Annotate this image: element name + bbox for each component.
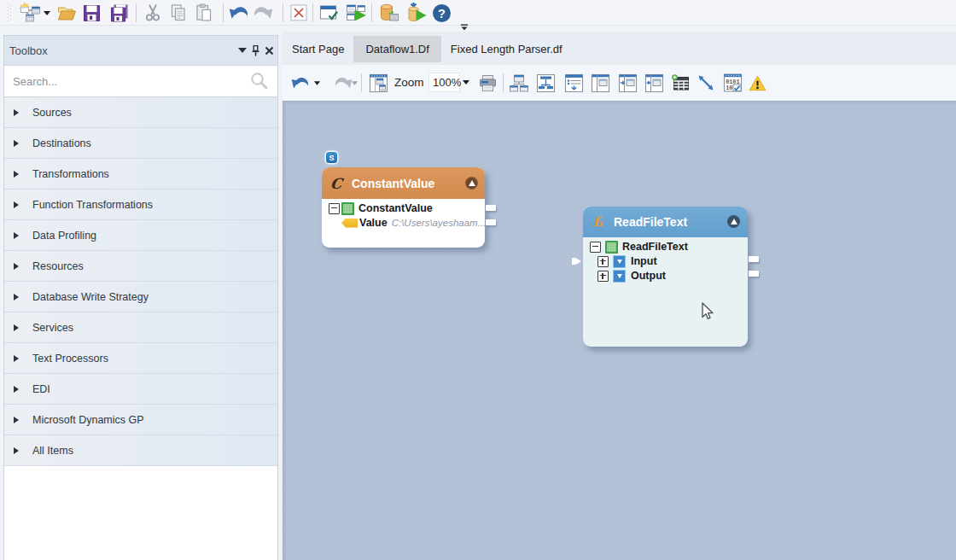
cut-icon bbox=[143, 3, 162, 23]
redo-dropdown[interactable] bbox=[352, 73, 358, 93]
open-button[interactable] bbox=[56, 3, 77, 23]
add-table-icon bbox=[671, 73, 691, 93]
help-button[interactable]: ? bbox=[432, 3, 452, 23]
zoom-combobox[interactable]: 100% bbox=[428, 73, 460, 92]
redo-button[interactable] bbox=[254, 3, 274, 23]
main-toolbar: ? bbox=[0, 0, 956, 26]
toolbox-category-services[interactable]: Services bbox=[4, 312, 277, 343]
cut-button[interactable] bbox=[143, 3, 162, 23]
dataflow-canvas[interactable]: S C ConstantValue ConstantValue Value C:… bbox=[283, 101, 956, 560]
tab-fixed-length-parser[interactable]: Fixed Length Parser.df bbox=[441, 36, 572, 62]
collapse-node-button[interactable] bbox=[465, 177, 478, 190]
collapse-expander-icon[interactable] bbox=[590, 242, 601, 253]
zoom-dropdown[interactable] bbox=[463, 80, 469, 85]
auto-layout-icon bbox=[509, 73, 529, 93]
input-port[interactable] bbox=[572, 258, 581, 265]
copy-button[interactable] bbox=[168, 3, 189, 23]
database-job-button[interactable] bbox=[379, 3, 399, 23]
tree-row-root[interactable]: ConstantValue bbox=[322, 201, 485, 215]
group-icon bbox=[613, 270, 626, 283]
run-database-job-button[interactable] bbox=[405, 3, 427, 23]
tab-dataflow1[interactable]: Dataflow1.Df bbox=[353, 36, 440, 62]
overview-window-button[interactable] bbox=[369, 73, 388, 93]
new-dataflow-button[interactable] bbox=[20, 3, 40, 23]
toolbox-category-sources[interactable]: Sources bbox=[4, 97, 277, 128]
undo-dropdown[interactable] bbox=[314, 73, 320, 93]
tree-row-value[interactable]: Value C:\Users\ayeshaam... bbox=[322, 216, 485, 230]
toolbox-category-function-transformations[interactable]: Function Transformations bbox=[4, 190, 277, 220]
verify-dataflow-icon bbox=[319, 3, 339, 23]
undo-action-button[interactable] bbox=[290, 73, 308, 93]
tab-start-page[interactable]: Start Page bbox=[283, 36, 353, 62]
copy-icon bbox=[168, 3, 189, 23]
run-dataflow-button[interactable] bbox=[346, 3, 367, 23]
expand-all-button[interactable] bbox=[564, 73, 584, 93]
toolbar-separator bbox=[361, 73, 362, 92]
warning-icon bbox=[749, 75, 767, 91]
delete-button[interactable] bbox=[290, 3, 307, 23]
overview-window-icon bbox=[369, 73, 388, 93]
toolbox-category-microsoft-dynamics-gp[interactable]: Microsoft Dynamics GP bbox=[4, 405, 277, 435]
output-port[interactable] bbox=[749, 271, 759, 277]
link-pointer-button[interactable] bbox=[696, 73, 716, 93]
toolbox-category-destinations[interactable]: Destinations bbox=[4, 128, 277, 159]
svg-text:?: ? bbox=[438, 6, 446, 20]
undo-icon bbox=[290, 73, 308, 92]
window-position-icon[interactable] bbox=[238, 48, 247, 53]
node-read-file-text[interactable]: fx ReadFileText ReadFileText Input bbox=[583, 207, 748, 347]
new-dataflow-dropdown[interactable] bbox=[44, 3, 50, 23]
save-all-button[interactable] bbox=[109, 3, 129, 23]
pin-icon[interactable] bbox=[252, 45, 259, 56]
toolbox-category-all-items[interactable]: All Items bbox=[4, 435, 277, 466]
open-folder-icon bbox=[56, 3, 77, 23]
preview-data-button[interactable]: 0101 10 bbox=[723, 73, 743, 93]
tree-row-input[interactable]: Input bbox=[583, 254, 748, 268]
toolbar-separator bbox=[371, 3, 372, 22]
tree-row-output[interactable]: Output bbox=[583, 269, 748, 283]
save-all-icon bbox=[109, 3, 129, 23]
collapse-nodes-button[interactable] bbox=[591, 73, 610, 93]
undo-button[interactable] bbox=[228, 3, 248, 23]
collapse-node-button[interactable] bbox=[727, 215, 740, 228]
toolbox-header: Toolbox bbox=[4, 36, 277, 66]
dropdown-arrow-icon bbox=[352, 81, 358, 85]
toolbar-separator bbox=[136, 3, 137, 22]
print-button[interactable] bbox=[478, 73, 498, 93]
expand-expander-icon[interactable] bbox=[598, 271, 609, 282]
toolbox-category-edi[interactable]: EDI bbox=[4, 374, 277, 405]
application-window: ? Toolbox bbox=[0, 0, 956, 560]
toolbox-category-transformations[interactable]: Transformations bbox=[4, 159, 277, 190]
warnings-button[interactable] bbox=[749, 73, 767, 93]
horizontal-layout-icon bbox=[536, 73, 556, 93]
node-constant-value[interactable]: C ConstantValue ConstantValue Value C:\U… bbox=[322, 167, 485, 248]
save-button[interactable] bbox=[82, 3, 102, 23]
output-port[interactable] bbox=[749, 256, 759, 262]
toolbox-category-database-write-strategy[interactable]: Database Write Strategy bbox=[4, 282, 277, 312]
horizontal-layout-button[interactable] bbox=[536, 73, 556, 93]
paste-button[interactable] bbox=[194, 3, 214, 23]
output-port[interactable] bbox=[486, 219, 496, 225]
auto-layout-button[interactable] bbox=[509, 73, 529, 93]
search-input[interactable] bbox=[4, 66, 277, 96]
toolbox-category-resources[interactable]: Resources bbox=[4, 251, 277, 282]
resize-node-button[interactable] bbox=[644, 73, 664, 93]
verify-dataflow-button[interactable] bbox=[319, 3, 339, 23]
toolbox-category-text-processors[interactable]: Text Processors bbox=[4, 343, 277, 374]
close-icon[interactable] bbox=[265, 46, 274, 55]
add-table-button[interactable] bbox=[671, 73, 691, 93]
node-title: ReadFileText bbox=[614, 215, 687, 229]
field-tag-icon bbox=[341, 219, 358, 228]
node-read-file-text-header[interactable]: fx ReadFileText bbox=[583, 207, 748, 237]
toolbar-grip[interactable] bbox=[8, 3, 12, 22]
expand-arrow-icon bbox=[14, 109, 19, 116]
redo-action-button[interactable] bbox=[335, 73, 353, 93]
expand-expander-icon[interactable] bbox=[598, 256, 609, 267]
output-port[interactable] bbox=[486, 205, 496, 211]
redo-icon bbox=[335, 73, 353, 92]
tree-row-root[interactable]: ReadFileText bbox=[583, 240, 748, 254]
expand-node-button[interactable] bbox=[618, 73, 638, 93]
toolbox-panel: Toolbox Sour bbox=[3, 35, 278, 560]
collapse-expander-icon[interactable] bbox=[329, 203, 340, 214]
toolbox-category-data-profiling[interactable]: Data Profiling bbox=[4, 220, 277, 251]
node-constant-value-header[interactable]: C ConstantValue bbox=[322, 167, 485, 199]
